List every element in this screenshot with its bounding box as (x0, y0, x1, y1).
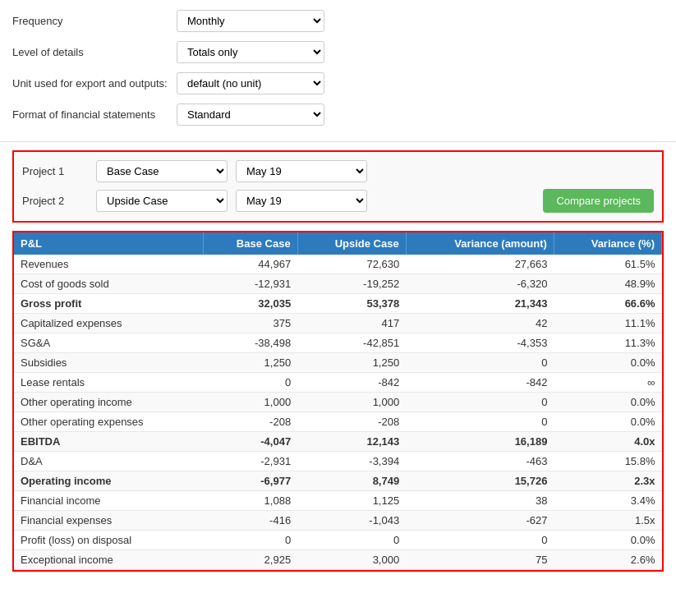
table-row: SG&A-38,498-42,851-4,35311.3% (14, 333, 662, 353)
table-row: Other operating expenses-208-20800.0% (14, 412, 662, 432)
row-label: SG&A (14, 333, 203, 353)
settings-section: Frequency Monthly Quarterly Annually Lev… (0, 0, 676, 142)
row-label: Operating income (14, 471, 203, 491)
unit-label: Unit used for export and outputs: (12, 77, 177, 90)
frequency-label: Frequency (12, 15, 177, 27)
table-row: Lease rentals0-842-842∞ (14, 373, 662, 393)
row-value: 15.8% (554, 452, 661, 471)
format-control: Standard IFRS (177, 103, 324, 126)
compare-projects-button[interactable]: Compare projects (543, 189, 654, 213)
row-value: 1,250 (297, 353, 406, 373)
row-value: 375 (203, 314, 297, 333)
format-select[interactable]: Standard IFRS (177, 103, 324, 126)
row-value: 1,088 (203, 491, 297, 511)
row-value: 0 (406, 531, 554, 550)
row-value: 16,189 (406, 432, 554, 452)
row-value: 72,630 (297, 255, 406, 274)
col-header-upside-case: Upside Case (297, 232, 406, 255)
row-label: Subsidies (14, 353, 203, 373)
row-value: 0.0% (554, 531, 661, 550)
table-row: Profit (loss) on disposal0000.0% (14, 531, 662, 550)
frequency-select[interactable]: Monthly Quarterly Annually (177, 10, 324, 32)
table-row: EBITDA-4,04712,14316,1894.0x (14, 432, 662, 452)
financial-table: P&L Base Case Upside Case Variance (amou… (14, 232, 662, 570)
row-value: 0.0% (554, 353, 661, 373)
row-value: 38 (406, 491, 554, 511)
row-label: D&A (14, 452, 203, 471)
row-value: 0 (297, 531, 406, 550)
row-value: 1,000 (297, 393, 406, 412)
project1-row: Project 1 Base Case Upside Case May 19 J… (22, 160, 654, 182)
col-header-variance-amount: Variance (amount) (406, 232, 554, 255)
row-label: Gross profit (14, 294, 203, 314)
row-value: -2,931 (203, 452, 297, 471)
row-value: 8,749 (297, 471, 406, 491)
row-value: 0.0% (554, 412, 661, 432)
unit-select[interactable]: default (no unit) Thousands Millions (177, 72, 324, 94)
row-value: -4,047 (203, 432, 297, 452)
row-value: -208 (203, 412, 297, 432)
frequency-control: Monthly Quarterly Annually (177, 10, 324, 32)
row-value: 4.0x (554, 432, 661, 452)
row-value: -12,931 (203, 274, 297, 294)
row-value: 61.5% (554, 255, 661, 274)
row-value: 1,000 (203, 393, 297, 412)
row-value: -19,252 (297, 274, 406, 294)
row-value: 53,378 (297, 294, 406, 314)
row-value: -1,043 (297, 511, 406, 531)
row-value: 0 (406, 412, 554, 432)
row-value: 42 (406, 314, 554, 333)
level-of-details-row: Level of details Totals only Full detail… (12, 39, 664, 64)
row-value: -627 (406, 511, 554, 531)
project-comparison-section: Project 1 Base Case Upside Case May 19 J… (12, 150, 664, 223)
table-row: Other operating income1,0001,00000.0% (14, 393, 662, 412)
format-row: Format of financial statements Standard … (12, 102, 664, 126)
row-value: 75 (406, 550, 554, 570)
table-row: Financial income1,0881,125383.4% (14, 491, 662, 511)
level-of-details-control: Totals only Full details (177, 41, 324, 63)
row-value: 15,726 (406, 471, 554, 491)
row-value: 1,125 (297, 491, 406, 511)
row-label: Other operating income (14, 393, 203, 412)
project1-date-select[interactable]: May 19 Jun 19 Jul 19 (236, 160, 367, 182)
row-value: 21,343 (406, 294, 554, 314)
table-row: Exceptional income2,9253,000752.6% (14, 550, 662, 570)
table-row: Financial expenses-416-1,043-6271.5x (14, 511, 662, 531)
format-label: Format of financial statements (12, 108, 177, 121)
project2-date-select[interactable]: May 19 Jun 19 Jul 19 (236, 190, 367, 212)
row-label: Capitalized expenses (14, 314, 203, 333)
level-of-details-label: Level of details (12, 46, 177, 58)
row-value: 12,143 (297, 432, 406, 452)
unit-row: Unit used for export and outputs: defaul… (12, 71, 664, 95)
row-label: Lease rentals (14, 373, 203, 393)
row-label: Exceptional income (14, 550, 203, 570)
row-value: -463 (406, 452, 554, 471)
row-value: 66.6% (554, 294, 661, 314)
table-header-row: P&L Base Case Upside Case Variance (amou… (14, 232, 662, 255)
table-row: Cost of goods sold-12,931-19,252-6,32048… (14, 274, 662, 294)
row-value: ∞ (554, 373, 661, 393)
row-value: -842 (406, 373, 554, 393)
row-label: Profit (loss) on disposal (14, 531, 203, 550)
table-row: Operating income-6,9778,74915,7262.3x (14, 471, 662, 491)
row-value: 417 (297, 314, 406, 333)
level-of-details-select[interactable]: Totals only Full details (177, 41, 324, 63)
col-header-variance-pct: Variance (%) (554, 232, 661, 255)
table-row: Gross profit32,03553,37821,34366.6% (14, 294, 662, 314)
row-value: 3,000 (297, 550, 406, 570)
table-row: Capitalized expenses3754174211.1% (14, 314, 662, 333)
row-label: EBITDA (14, 432, 203, 452)
row-value: 44,967 (203, 255, 297, 274)
row-value: -4,353 (406, 333, 554, 353)
table-row: Revenues44,96772,63027,66361.5% (14, 255, 662, 274)
row-value: 11.3% (554, 333, 661, 353)
row-value: 48.9% (554, 274, 661, 294)
row-label: Financial expenses (14, 511, 203, 531)
row-value: 0 (406, 353, 554, 373)
project2-scenario-select[interactable]: Base Case Upside Case (96, 190, 228, 212)
row-value: 0.0% (554, 393, 661, 412)
row-value: 0 (406, 393, 554, 412)
project2-label: Project 2 (22, 195, 88, 207)
project1-scenario-select[interactable]: Base Case Upside Case (96, 160, 228, 182)
row-label: Revenues (14, 255, 203, 274)
